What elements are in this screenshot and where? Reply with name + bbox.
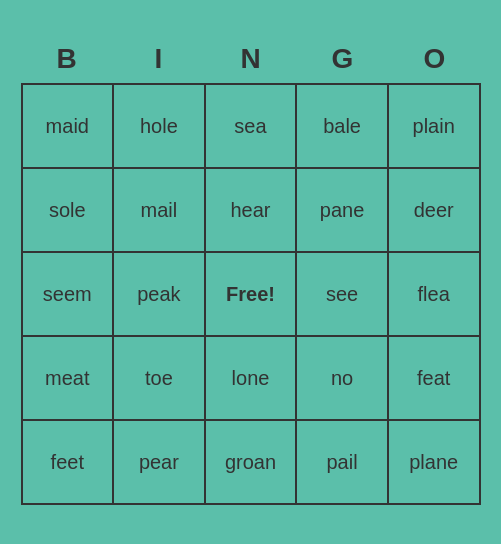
cell-r2-c4: pane	[297, 169, 389, 251]
cell-r1-c4: bale	[297, 85, 389, 167]
cell-r5-c2: pear	[114, 421, 206, 503]
cell-r1-c1: maid	[23, 85, 115, 167]
header-o: O	[389, 39, 481, 79]
cell-r3-c5: flea	[389, 253, 479, 335]
cell-r4-c2: toe	[114, 337, 206, 419]
cell-r3-c4: see	[297, 253, 389, 335]
cell-r5-c3: groan	[206, 421, 298, 503]
cell-r2-c2: mail	[114, 169, 206, 251]
bingo-container: B I N G O maid hole sea bale plain sole …	[11, 29, 491, 515]
grid-row-2: sole mail hear pane deer	[23, 169, 479, 253]
cell-r2-c1: sole	[23, 169, 115, 251]
header-n: N	[205, 39, 297, 79]
header-g: G	[297, 39, 389, 79]
cell-r4-c3: lone	[206, 337, 298, 419]
cell-r4-c4: no	[297, 337, 389, 419]
header-i: I	[113, 39, 205, 79]
cell-r1-c2: hole	[114, 85, 206, 167]
cell-free: Free!	[206, 253, 298, 335]
cell-r5-c4: pail	[297, 421, 389, 503]
header-b: B	[21, 39, 113, 79]
bingo-grid: maid hole sea bale plain sole mail hear …	[21, 83, 481, 505]
cell-r2-c3: hear	[206, 169, 298, 251]
cell-r3-c2: peak	[114, 253, 206, 335]
cell-r5-c5: plane	[389, 421, 479, 503]
cell-r3-c1: seem	[23, 253, 115, 335]
bingo-header: B I N G O	[21, 39, 481, 79]
cell-r1-c5: plain	[389, 85, 479, 167]
cell-r5-c1: feet	[23, 421, 115, 503]
cell-r1-c3: sea	[206, 85, 298, 167]
grid-row-4: meat toe lone no feat	[23, 337, 479, 421]
cell-r4-c5: feat	[389, 337, 479, 419]
cell-r2-c5: deer	[389, 169, 479, 251]
grid-row-5: feet pear groan pail plane	[23, 421, 479, 503]
grid-row-1: maid hole sea bale plain	[23, 85, 479, 169]
grid-row-3: seem peak Free! see flea	[23, 253, 479, 337]
cell-r4-c1: meat	[23, 337, 115, 419]
